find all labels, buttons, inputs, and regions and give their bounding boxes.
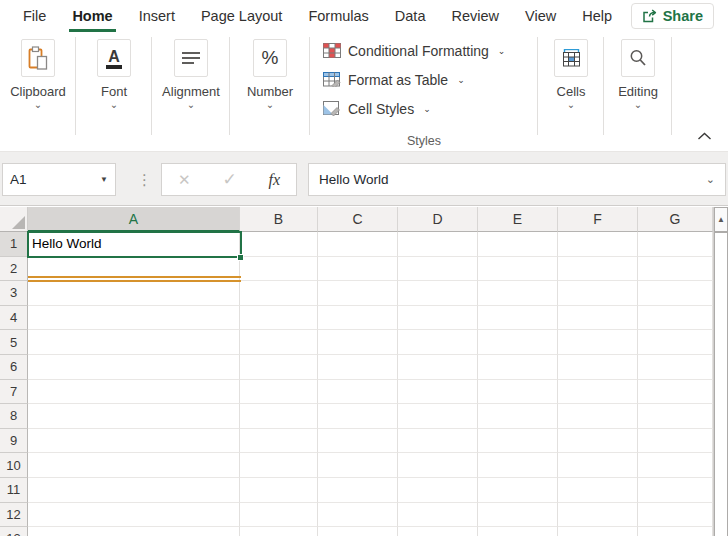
grid-cell-F1[interactable] (558, 232, 638, 257)
grid-cell-E9[interactable] (478, 429, 558, 454)
tab-home[interactable]: Home (59, 0, 125, 32)
grid-cell-G3[interactable] (638, 281, 713, 306)
grid-cell-F12[interactable] (558, 503, 638, 528)
tab-view[interactable]: View (512, 0, 569, 32)
grid-cell-F4[interactable] (558, 306, 638, 331)
grid-cell-A8[interactable] (28, 404, 240, 429)
grid-cell-G8[interactable] (638, 404, 713, 429)
grid-cell-A7[interactable] (28, 380, 240, 405)
chevron-down-icon[interactable]: ⌄ (634, 100, 642, 110)
alignment-button[interactable] (174, 39, 208, 77)
column-header-F[interactable]: F (558, 207, 638, 232)
grid-cell-C4[interactable] (318, 306, 398, 331)
grid-cell-A10[interactable] (28, 453, 240, 478)
row-header-2[interactable]: 2 (0, 257, 28, 282)
row-header-10[interactable]: 10 (0, 453, 28, 478)
grid-cell-D6[interactable] (398, 355, 478, 380)
grid-cell-B4[interactable] (240, 306, 318, 331)
grid-cell-E8[interactable] (478, 404, 558, 429)
font-button[interactable]: A (97, 39, 131, 77)
grid-cell-C6[interactable] (318, 355, 398, 380)
grid-cell-G12[interactable] (638, 503, 713, 528)
grid-cell-E11[interactable] (478, 478, 558, 503)
row-header-12[interactable]: 12 (0, 503, 28, 528)
cells-button[interactable] (554, 39, 588, 77)
column-header-A[interactable]: A (28, 207, 240, 232)
grid-cell-G7[interactable] (638, 380, 713, 405)
grid-cell-E10[interactable] (478, 453, 558, 478)
tab-formulas[interactable]: Formulas (295, 0, 381, 32)
grid-cell-A12[interactable] (28, 503, 240, 528)
row-header-6[interactable]: 6 (0, 355, 28, 380)
grid-cell-G11[interactable] (638, 478, 713, 503)
share-button[interactable]: Share (631, 3, 714, 29)
grid-cell-F13[interactable] (558, 527, 638, 536)
grid-cell-F11[interactable] (558, 478, 638, 503)
grid-cell-C11[interactable] (318, 478, 398, 503)
grid-cell-D1[interactable] (398, 232, 478, 257)
grid-cell-G10[interactable] (638, 453, 713, 478)
grid-cell-F6[interactable] (558, 355, 638, 380)
row-header-1[interactable]: 1 (0, 232, 28, 257)
grid-cell-A6[interactable] (28, 355, 240, 380)
column-header-B[interactable]: B (240, 207, 318, 232)
chevron-down-icon[interactable]: ▼ (100, 175, 108, 184)
grid-cell-B10[interactable] (240, 453, 318, 478)
grid-cell-B6[interactable] (240, 355, 318, 380)
grid-cell-B9[interactable] (240, 429, 318, 454)
row-header-9[interactable]: 9 (0, 429, 28, 454)
conditional-formatting-button[interactable]: Conditional Formatting ⌄ (323, 36, 505, 65)
grid-cell-A3[interactable] (28, 281, 240, 306)
grid-cell-E2[interactable] (478, 257, 558, 282)
grid-cell-E6[interactable] (478, 355, 558, 380)
grid-cell-E5[interactable] (478, 330, 558, 355)
grid-cell-B11[interactable] (240, 478, 318, 503)
grid-cell-C3[interactable] (318, 281, 398, 306)
grid-cell-C8[interactable] (318, 404, 398, 429)
chevron-down-icon[interactable]: ⌄ (110, 100, 118, 110)
grid-cell-G2[interactable] (638, 257, 713, 282)
grid-cell-D5[interactable] (398, 330, 478, 355)
grid-cell-B3[interactable] (240, 281, 318, 306)
row-header-8[interactable]: 8 (0, 404, 28, 429)
grid-cell-G13[interactable] (638, 527, 713, 536)
grid-cell-C7[interactable] (318, 380, 398, 405)
grid-cell-F3[interactable] (558, 281, 638, 306)
cell-styles-button[interactable]: Cell Styles ⌄ (323, 94, 431, 123)
grid-cell-B1[interactable] (240, 232, 318, 257)
formula-bar-drag-handle[interactable]: ⋮ (137, 163, 152, 196)
grid-cell-D4[interactable] (398, 306, 478, 331)
chevron-down-icon[interactable]: ⌄ (187, 100, 195, 110)
grid-cell-C2[interactable] (318, 257, 398, 282)
tab-help[interactable]: Help (569, 0, 625, 32)
grid-cell-G6[interactable] (638, 355, 713, 380)
grid-cell-F10[interactable] (558, 453, 638, 478)
grid-cell-A11[interactable] (28, 478, 240, 503)
grid-cell-G9[interactable] (638, 429, 713, 454)
row-header-11[interactable]: 11 (0, 478, 28, 503)
grid-cell-B2[interactable] (240, 257, 318, 282)
clipboard-button[interactable] (21, 39, 55, 77)
column-header-D[interactable]: D (398, 207, 478, 232)
grid-cell-F5[interactable] (558, 330, 638, 355)
grid-cell-B7[interactable] (240, 380, 318, 405)
grid-cell-E13[interactable] (478, 527, 558, 536)
format-as-table-button[interactable]: Format as Table ⌄ (323, 65, 465, 94)
number-button[interactable]: % (253, 39, 287, 77)
grid-cell-E12[interactable] (478, 503, 558, 528)
editing-button[interactable] (621, 39, 655, 77)
chevron-down-icon[interactable]: ⌄ (34, 100, 42, 110)
grid-cell-G4[interactable] (638, 306, 713, 331)
grid-cell-D10[interactable] (398, 453, 478, 478)
grid-cell-A5[interactable] (28, 330, 240, 355)
grid-cell-C9[interactable] (318, 429, 398, 454)
grid-cell-D12[interactable] (398, 503, 478, 528)
cancel-icon[interactable]: ✕ (178, 171, 191, 189)
row-header-13[interactable]: 13 (0, 527, 28, 536)
tab-insert[interactable]: Insert (126, 0, 188, 32)
chevron-down-icon[interactable]: ⌄ (567, 100, 575, 110)
tab-review[interactable]: Review (438, 0, 512, 32)
grid-cell-E1[interactable] (478, 232, 558, 257)
vertical-scrollbar[interactable]: ▲ (713, 207, 728, 536)
grid-cell-B12[interactable] (240, 503, 318, 528)
